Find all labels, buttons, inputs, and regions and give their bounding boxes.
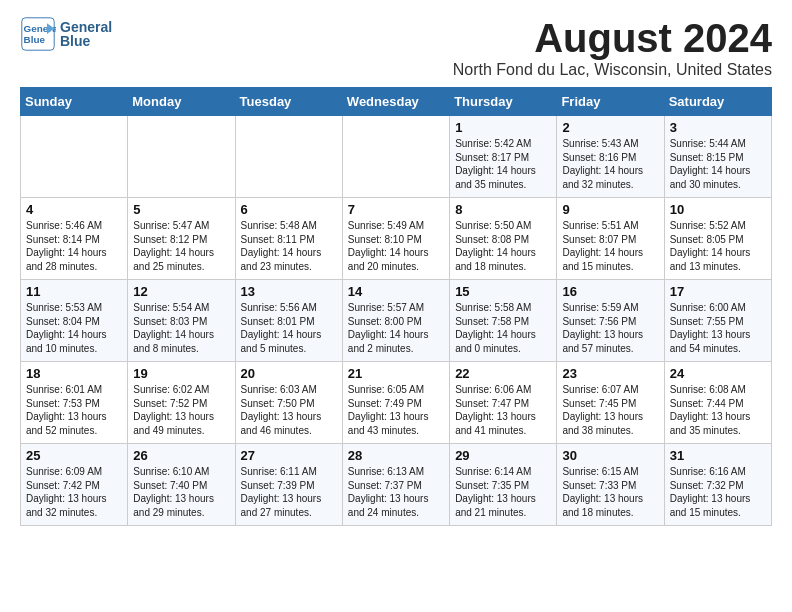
day-number: 14 xyxy=(348,284,444,299)
day-number: 26 xyxy=(133,448,229,463)
calendar-cell: 10Sunrise: 5:52 AM Sunset: 8:05 PM Dayli… xyxy=(664,198,771,280)
cell-content: Sunrise: 5:53 AM Sunset: 8:04 PM Dayligh… xyxy=(26,301,122,355)
cell-content: Sunrise: 6:02 AM Sunset: 7:52 PM Dayligh… xyxy=(133,383,229,437)
calendar-cell: 3Sunrise: 5:44 AM Sunset: 8:15 PM Daylig… xyxy=(664,116,771,198)
day-number: 5 xyxy=(133,202,229,217)
cell-content: Sunrise: 6:09 AM Sunset: 7:42 PM Dayligh… xyxy=(26,465,122,519)
cell-content: Sunrise: 6:15 AM Sunset: 7:33 PM Dayligh… xyxy=(562,465,658,519)
cell-content: Sunrise: 5:58 AM Sunset: 7:58 PM Dayligh… xyxy=(455,301,551,355)
day-number: 13 xyxy=(241,284,337,299)
calendar-cell: 27Sunrise: 6:11 AM Sunset: 7:39 PM Dayli… xyxy=(235,444,342,526)
day-number: 19 xyxy=(133,366,229,381)
calendar-table: SundayMondayTuesdayWednesdayThursdayFrid… xyxy=(20,87,772,526)
calendar-cell: 1Sunrise: 5:42 AM Sunset: 8:17 PM Daylig… xyxy=(450,116,557,198)
calendar-cell: 14Sunrise: 5:57 AM Sunset: 8:00 PM Dayli… xyxy=(342,280,449,362)
weekday-header-friday: Friday xyxy=(557,88,664,116)
day-number: 15 xyxy=(455,284,551,299)
cell-content: Sunrise: 5:54 AM Sunset: 8:03 PM Dayligh… xyxy=(133,301,229,355)
calendar-cell: 11Sunrise: 5:53 AM Sunset: 8:04 PM Dayli… xyxy=(21,280,128,362)
cell-content: Sunrise: 6:01 AM Sunset: 7:53 PM Dayligh… xyxy=(26,383,122,437)
cell-content: Sunrise: 5:46 AM Sunset: 8:14 PM Dayligh… xyxy=(26,219,122,273)
calendar-cell: 9Sunrise: 5:51 AM Sunset: 8:07 PM Daylig… xyxy=(557,198,664,280)
calendar-body: 1Sunrise: 5:42 AM Sunset: 8:17 PM Daylig… xyxy=(21,116,772,526)
calendar-cell: 31Sunrise: 6:16 AM Sunset: 7:32 PM Dayli… xyxy=(664,444,771,526)
calendar-cell xyxy=(235,116,342,198)
day-number: 16 xyxy=(562,284,658,299)
cell-content: Sunrise: 6:16 AM Sunset: 7:32 PM Dayligh… xyxy=(670,465,766,519)
day-number: 12 xyxy=(133,284,229,299)
calendar-cell: 5Sunrise: 5:47 AM Sunset: 8:12 PM Daylig… xyxy=(128,198,235,280)
day-number: 31 xyxy=(670,448,766,463)
calendar-cell xyxy=(21,116,128,198)
day-number: 28 xyxy=(348,448,444,463)
day-number: 3 xyxy=(670,120,766,135)
calendar-cell: 16Sunrise: 5:59 AM Sunset: 7:56 PM Dayli… xyxy=(557,280,664,362)
cell-content: Sunrise: 6:06 AM Sunset: 7:47 PM Dayligh… xyxy=(455,383,551,437)
calendar-cell: 20Sunrise: 6:03 AM Sunset: 7:50 PM Dayli… xyxy=(235,362,342,444)
cell-content: Sunrise: 6:08 AM Sunset: 7:44 PM Dayligh… xyxy=(670,383,766,437)
cell-content: Sunrise: 6:13 AM Sunset: 7:37 PM Dayligh… xyxy=(348,465,444,519)
day-number: 10 xyxy=(670,202,766,217)
calendar-cell: 19Sunrise: 6:02 AM Sunset: 7:52 PM Dayli… xyxy=(128,362,235,444)
day-number: 11 xyxy=(26,284,122,299)
calendar-cell: 18Sunrise: 6:01 AM Sunset: 7:53 PM Dayli… xyxy=(21,362,128,444)
calendar-cell: 15Sunrise: 5:58 AM Sunset: 7:58 PM Dayli… xyxy=(450,280,557,362)
day-number: 23 xyxy=(562,366,658,381)
weekday-header-sunday: Sunday xyxy=(21,88,128,116)
calendar-header: SundayMondayTuesdayWednesdayThursdayFrid… xyxy=(21,88,772,116)
calendar-week-4: 18Sunrise: 6:01 AM Sunset: 7:53 PM Dayli… xyxy=(21,362,772,444)
cell-content: Sunrise: 5:57 AM Sunset: 8:00 PM Dayligh… xyxy=(348,301,444,355)
cell-content: Sunrise: 5:48 AM Sunset: 8:11 PM Dayligh… xyxy=(241,219,337,273)
day-number: 17 xyxy=(670,284,766,299)
logo-text: General Blue xyxy=(60,20,112,48)
calendar-cell: 6Sunrise: 5:48 AM Sunset: 8:11 PM Daylig… xyxy=(235,198,342,280)
calendar-cell: 8Sunrise: 5:50 AM Sunset: 8:08 PM Daylig… xyxy=(450,198,557,280)
cell-content: Sunrise: 5:42 AM Sunset: 8:17 PM Dayligh… xyxy=(455,137,551,191)
day-number: 4 xyxy=(26,202,122,217)
day-number: 25 xyxy=(26,448,122,463)
cell-content: Sunrise: 5:49 AM Sunset: 8:10 PM Dayligh… xyxy=(348,219,444,273)
weekday-header-saturday: Saturday xyxy=(664,88,771,116)
svg-text:Blue: Blue xyxy=(24,34,46,45)
day-number: 24 xyxy=(670,366,766,381)
calendar-cell: 23Sunrise: 6:07 AM Sunset: 7:45 PM Dayli… xyxy=(557,362,664,444)
cell-content: Sunrise: 6:11 AM Sunset: 7:39 PM Dayligh… xyxy=(241,465,337,519)
location-subtitle: North Fond du Lac, Wisconsin, United Sta… xyxy=(453,61,772,79)
page-header: General Blue General Blue August 2024 No… xyxy=(20,16,772,79)
calendar-cell: 29Sunrise: 6:14 AM Sunset: 7:35 PM Dayli… xyxy=(450,444,557,526)
calendar-cell: 30Sunrise: 6:15 AM Sunset: 7:33 PM Dayli… xyxy=(557,444,664,526)
cell-content: Sunrise: 5:43 AM Sunset: 8:16 PM Dayligh… xyxy=(562,137,658,191)
cell-content: Sunrise: 5:44 AM Sunset: 8:15 PM Dayligh… xyxy=(670,137,766,191)
day-number: 8 xyxy=(455,202,551,217)
day-number: 27 xyxy=(241,448,337,463)
calendar-cell xyxy=(128,116,235,198)
weekday-header-thursday: Thursday xyxy=(450,88,557,116)
cell-content: Sunrise: 6:14 AM Sunset: 7:35 PM Dayligh… xyxy=(455,465,551,519)
day-number: 2 xyxy=(562,120,658,135)
day-number: 20 xyxy=(241,366,337,381)
logo: General Blue General Blue xyxy=(20,16,112,52)
calendar-cell xyxy=(342,116,449,198)
calendar-cell: 12Sunrise: 5:54 AM Sunset: 8:03 PM Dayli… xyxy=(128,280,235,362)
calendar-week-1: 1Sunrise: 5:42 AM Sunset: 8:17 PM Daylig… xyxy=(21,116,772,198)
day-number: 1 xyxy=(455,120,551,135)
day-number: 18 xyxy=(26,366,122,381)
day-number: 22 xyxy=(455,366,551,381)
calendar-cell: 13Sunrise: 5:56 AM Sunset: 8:01 PM Dayli… xyxy=(235,280,342,362)
calendar-cell: 28Sunrise: 6:13 AM Sunset: 7:37 PM Dayli… xyxy=(342,444,449,526)
day-number: 9 xyxy=(562,202,658,217)
calendar-cell: 4Sunrise: 5:46 AM Sunset: 8:14 PM Daylig… xyxy=(21,198,128,280)
day-number: 29 xyxy=(455,448,551,463)
cell-content: Sunrise: 5:47 AM Sunset: 8:12 PM Dayligh… xyxy=(133,219,229,273)
day-number: 21 xyxy=(348,366,444,381)
day-number: 7 xyxy=(348,202,444,217)
calendar-cell: 21Sunrise: 6:05 AM Sunset: 7:49 PM Dayli… xyxy=(342,362,449,444)
calendar-week-3: 11Sunrise: 5:53 AM Sunset: 8:04 PM Dayli… xyxy=(21,280,772,362)
cell-content: Sunrise: 5:52 AM Sunset: 8:05 PM Dayligh… xyxy=(670,219,766,273)
cell-content: Sunrise: 5:51 AM Sunset: 8:07 PM Dayligh… xyxy=(562,219,658,273)
calendar-cell: 22Sunrise: 6:06 AM Sunset: 7:47 PM Dayli… xyxy=(450,362,557,444)
calendar-cell: 25Sunrise: 6:09 AM Sunset: 7:42 PM Dayli… xyxy=(21,444,128,526)
calendar-cell: 7Sunrise: 5:49 AM Sunset: 8:10 PM Daylig… xyxy=(342,198,449,280)
calendar-cell: 24Sunrise: 6:08 AM Sunset: 7:44 PM Dayli… xyxy=(664,362,771,444)
day-number: 30 xyxy=(562,448,658,463)
